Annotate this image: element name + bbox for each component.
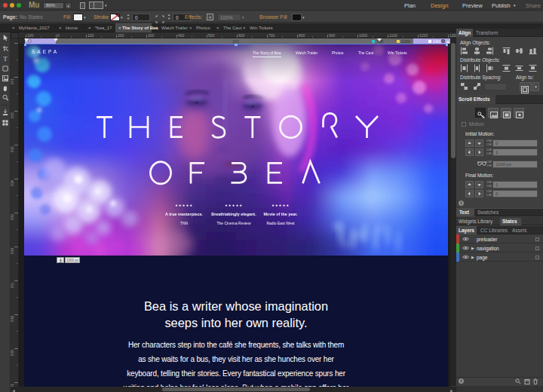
svg-text:T: T [3,55,8,63]
